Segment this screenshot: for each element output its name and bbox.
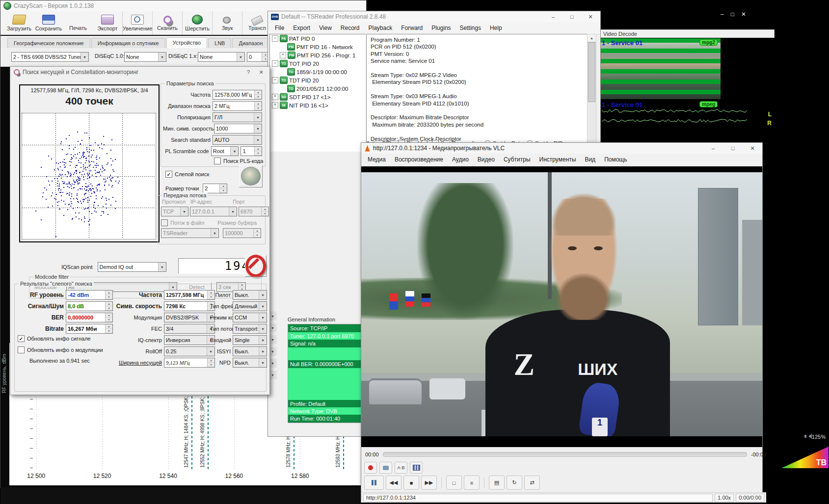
loop-button[interactable]: ↻ [507, 476, 522, 490]
port-spinner[interactable]: 6970▲▼ [239, 207, 269, 216]
result-field[interactable]: CCM▼ [233, 313, 267, 322]
menu-settings[interactable]: Settings [456, 24, 485, 32]
record-button[interactable] [364, 462, 377, 474]
result-field[interactable]: Single▼ [233, 335, 267, 345]
frame-by-frame-button[interactable] [410, 462, 423, 474]
pause-button[interactable] [364, 476, 384, 490]
tree-item[interactable]: +PMPMT PID 256 - Progr. 1 [270, 51, 365, 59]
tab-устройство[interactable]: Устройство [166, 37, 208, 49]
param-field-1[interactable]: 2 МГц▲▼ [213, 101, 262, 111]
tree-item[interactable]: +SDSDT PID 17 <1> [270, 93, 365, 101]
menu-file[interactable]: File [271, 24, 288, 32]
snapshot-button[interactable] [379, 462, 392, 474]
menu-субтитры[interactable]: Субтитры [499, 155, 535, 164]
diseqc10-select[interactable]: None▼ [124, 52, 166, 62]
seek-bar[interactable] [383, 452, 747, 457]
vlc-video-area[interactable]: 1 Z ШИХ [361, 166, 762, 447]
expand-icon[interactable]: + [280, 52, 286, 58]
dot-size-spinner[interactable]: 2▲▼ [203, 184, 227, 193]
menu-view[interactable]: View [315, 24, 336, 32]
result-field[interactable]: Длинный▼ [233, 301, 267, 311]
chevron-down-icon[interactable]: ▼ [254, 124, 262, 133]
dialog-titlebar[interactable]: Поиск несущей и Constellation-мониторинг… [10, 67, 269, 78]
result-field[interactable]: DVBS2/8PSK▼ [164, 313, 215, 322]
menu-вид[interactable]: Вид [580, 155, 600, 164]
menu-export[interactable]: Export [289, 24, 314, 32]
close-button[interactable]: ✕ [741, 11, 746, 18]
scrollbar[interactable]: ▲ [587, 34, 596, 152]
fullscreen-button[interactable]: □ [446, 476, 462, 490]
minimize-button[interactable]: – [546, 14, 560, 20]
toolbar-print-button[interactable]: Печать [63, 11, 93, 35]
help-button[interactable]: ? [243, 69, 253, 75]
param-field-5[interactable]: Root▼ [211, 146, 239, 156]
param-field-4[interactable]: AUTO▼ [213, 135, 262, 145]
expand-icon[interactable]: + [272, 94, 278, 100]
scroll-up-icon[interactable]: ▲ [588, 34, 596, 42]
playlist-button[interactable]: ▤ [489, 476, 505, 490]
toolbar-load-button[interactable]: Загрузить [4, 11, 34, 35]
previous-button[interactable]: ◀◀ [386, 476, 401, 490]
tree-item[interactable]: TD2001/05/21 12:00:00 [270, 84, 365, 93]
result-value-2[interactable]: 0,0000000▲▼ [66, 313, 113, 322]
scroll-thumb[interactable] [588, 42, 595, 102]
vlc-titlebar[interactable]: http://127.0.0.1:1234 - Медиапроигрывате… [361, 143, 762, 154]
crazyscan-titlebar[interactable]: CrazyScan - Версия 1.0.2.138 [0, 0, 366, 11]
result-field[interactable]: Инверсия▼ [164, 335, 215, 345]
tree-item[interactable]: PMPMT PID 16 - Network [270, 43, 365, 51]
toolbar-save-button[interactable]: Сохранить [34, 11, 63, 35]
result-field[interactable]: 9,123 МГц▲▼ [164, 358, 215, 368]
pid-tree[interactable]: −PAPAT PID 0PMPMT PID 16 - Network+PMPMT… [269, 34, 366, 152]
result-field[interactable]: Transport▼ [233, 324, 267, 334]
checkbox[interactable] [18, 346, 25, 353]
tree-item[interactable]: −PAPAT PID 0 [270, 34, 365, 43]
decoded-video-thumbnail[interactable]: 1 - Service 01 mpg2 [600, 38, 775, 99]
minimize-button[interactable]: – [706, 145, 720, 152]
minimize-button[interactable]: – [721, 11, 724, 18]
ip-select[interactable]: 127.0.0.1▼ [190, 207, 237, 216]
tree-item[interactable]: −TDTDT PID 20 [270, 76, 365, 84]
toolbar-crawl-button[interactable]: Шерстить [183, 11, 213, 35]
toolbar-export-button[interactable]: Экспорт [93, 11, 123, 35]
result-value-3[interactable]: 16,267 Мби▲▼ [66, 324, 113, 334]
stream-to-file-checkbox[interactable] [161, 219, 168, 226]
menu-воспроизведение[interactable]: Воспроизведение [390, 155, 448, 164]
chevron-down-icon[interactable]: ▼ [254, 113, 262, 122]
update-modulation-checkbox[interactable]: Обновлять инфо о модуляции [18, 346, 103, 353]
expand-icon[interactable]: + [272, 102, 278, 108]
tsreader-titlebar[interactable]: DVB Default -- TSReader Professional 2.8… [268, 11, 600, 22]
iqscan-select[interactable]: Demod IQ out▼ [98, 262, 166, 272]
result-field[interactable]: 12577,598 МГц▲▼ [164, 290, 215, 300]
result-field[interactable]: Выкл.▼ [233, 358, 267, 368]
maximize-button[interactable]: □ [565, 14, 579, 20]
result-value-0[interactable]: -42 dBm▲▼ [66, 290, 113, 300]
diseqc1x-select[interactable]: None▼ [198, 52, 245, 62]
result-value-1[interactable]: 8,0 dB▲▼ [66, 301, 113, 311]
chevron-down-icon[interactable]: ▲▼ [254, 90, 262, 99]
param-field-0[interactable]: 12578,000 МГц▲▼ [213, 90, 262, 100]
checkbox[interactable]: ✓ [165, 171, 172, 178]
menu-forward[interactable]: Forward [397, 24, 427, 32]
result-field[interactable]: 3/4▼ [164, 324, 215, 334]
expand-icon[interactable]: − [272, 77, 278, 83]
buffer-spinner[interactable]: 100000▲▼ [223, 228, 261, 238]
maximize-button[interactable]: □ [731, 11, 734, 18]
tab-lnb[interactable]: LNB [208, 38, 231, 48]
expand-icon[interactable]: − [272, 60, 278, 67]
checkbox[interactable]: ✓ [18, 335, 25, 342]
tab-информация-о-спутнике[interactable]: Информация о спутнике [91, 38, 165, 48]
result-field[interactable]: Выкл.▼ [233, 290, 267, 300]
time-display[interactable]: 0:00/0:00 [736, 494, 764, 502]
menu-playback[interactable]: Playback [365, 24, 397, 32]
result-field[interactable]: 7298 Кс▲▼ [164, 301, 215, 311]
maximize-button[interactable]: □ [726, 145, 740, 152]
stop-button[interactable] [245, 255, 267, 277]
close-button[interactable]: ✕ [584, 14, 597, 20]
param-field-3[interactable]: 1000▼ [214, 124, 262, 133]
menu-помощь[interactable]: Помощь [600, 155, 631, 164]
toolbar-scan-button[interactable]: Сканить [153, 11, 183, 35]
tab-географическое-положение[interactable]: Географическое положение [7, 38, 90, 48]
ab-loop-button[interactable]: A·B [395, 462, 407, 474]
menu-help[interactable]: Help [486, 24, 506, 32]
tree-item[interactable]: −TOTOT PID 20 [270, 59, 365, 68]
